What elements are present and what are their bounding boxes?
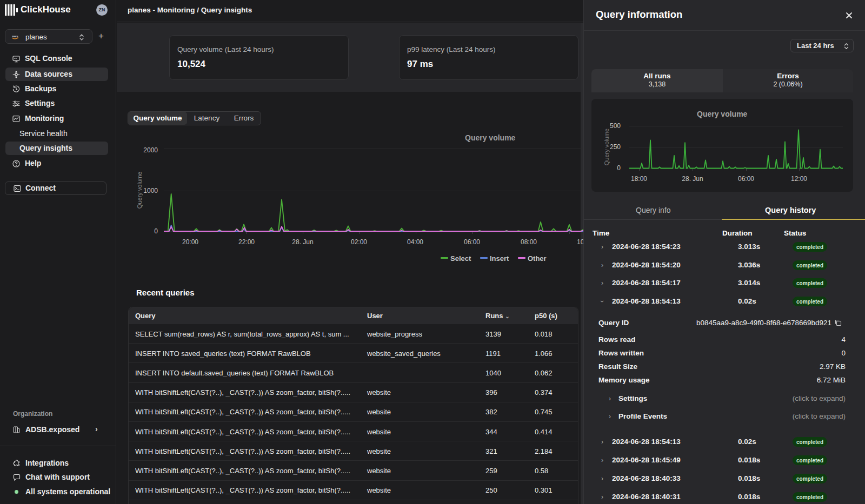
svg-text:aws: aws: [12, 34, 18, 38]
